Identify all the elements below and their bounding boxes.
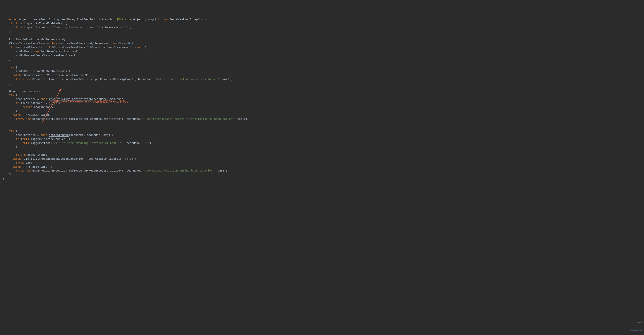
code-text: mbdToUse.prepareMethodOverrides(); — [16, 70, 72, 73]
code-text: + beanName + — [100, 26, 124, 29]
keyword-return: return — [22, 106, 32, 108]
code-text: } — [9, 165, 12, 168]
keyword-if: if — [16, 102, 19, 104]
keyword-throw-new: throw new — [16, 117, 31, 120]
code-text: && !mbd.hasBeanClass() && mbd.getBeanCla… — [50, 46, 138, 49]
code-text: ); — [128, 26, 132, 29]
annotation-label: postProcessBeforeInstantiation 方法在创建 Bea… — [51, 99, 128, 104]
keyword-throw-new: throw new — [16, 169, 31, 172]
code-text: , var8); — [214, 169, 228, 172]
code-text: BeanCreationException { — [168, 18, 208, 21]
code-text: RootBeanDefinition mbdToUse = mbd; — [9, 38, 65, 41]
code-text: RootBeanDefinition(mbd); — [39, 50, 80, 53]
keyword-protected: protected — [2, 18, 17, 21]
code-text: Object[] args) — [132, 18, 158, 21]
code-text: . — [47, 97, 49, 100]
keyword-this: this — [40, 97, 47, 100]
code-text: } — [16, 110, 18, 112]
string-literal: "'" — [145, 141, 150, 144]
code-text: ) { — [145, 46, 150, 49]
keyword-null: null — [44, 46, 50, 49]
keyword-null: null — [138, 46, 145, 49]
code-text: .logger.isTraceEnabled()) { — [29, 137, 74, 140]
keyword-this: this — [16, 26, 22, 29]
code-text: { — [14, 66, 18, 69]
keyword-new: new — [34, 50, 39, 53]
keyword-this: this — [40, 133, 47, 136]
code-text: beanInstance = — [16, 97, 40, 100]
code-text: , var10); — [234, 117, 249, 120]
code-text: + beanName + — [122, 141, 145, 144]
string-literal: "'" — [123, 26, 128, 29]
code-text: beanInstance; — [32, 106, 56, 108]
code-text: (beanName, mbdToUse, args); — [69, 133, 113, 136]
code-text: (BeanDefinitionValidationException var9)… — [21, 74, 92, 77]
method-doCreateBean: doCreateBean — [49, 133, 69, 137]
code-text: } — [9, 30, 11, 33]
keyword-throw: throw — [16, 161, 24, 164]
code-text: } — [9, 74, 12, 77]
code-text: Object beanInstance; — [9, 90, 42, 93]
code-text: Object createBean(String beanName, RootB… — [17, 18, 117, 21]
code-text: (beanInstance != — [19, 102, 49, 104]
keyword-new: new — [112, 42, 117, 45]
code-text: } — [9, 82, 11, 85]
code-text: ); — [150, 141, 153, 144]
keyword-this: this — [22, 141, 29, 144]
code-text: } — [9, 58, 11, 61]
code-text: beanInstance; — [26, 153, 49, 156]
code-text: Class<?> resolvedClass = — [9, 42, 50, 45]
keyword-catch: catch — [12, 165, 21, 168]
string-literal: "BeanPostProcessor before instantiation … — [143, 117, 234, 120]
code-text: (ImplicitlyAppearedSingletonException | … — [21, 157, 136, 160]
keyword-try: try — [9, 93, 14, 96]
code-text: . — [47, 133, 49, 136]
code-text: (Throwable var10) { — [21, 114, 54, 116]
keyword-if: if — [16, 137, 19, 140]
code-text: var7; — [24, 161, 34, 164]
string-literal: "Creating instance of bean '" — [52, 26, 100, 29]
code-text: beanInstance = — [16, 133, 40, 136]
code-text: .logger.isTraceEnabled()) { — [22, 22, 67, 25]
code-text: } — [9, 121, 11, 124]
code-text: ( — [19, 137, 22, 140]
code-text: .logger.trace( — [22, 26, 46, 29]
keyword-try: try — [9, 66, 14, 69]
annotation-nullable: @Nullable — [117, 18, 132, 21]
code-text: mbdToUse = — [16, 50, 34, 53]
keyword-return: return — [16, 153, 26, 156]
code-text: } — [9, 157, 12, 160]
keyword-throw-new: throw new — [16, 78, 31, 81]
keyword-this: this — [50, 42, 57, 45]
code-text: { — [14, 93, 18, 96]
code-text: ]); — [130, 42, 135, 45]
code-text: , var9); — [219, 78, 232, 81]
keyword-catch: catch — [12, 157, 21, 160]
string-literal: "Finished creating instance of bean '" — [59, 141, 122, 144]
keyword-throws: throws — [158, 18, 168, 21]
string-literal: "Validation of method overrides failed" — [155, 78, 219, 81]
code-text: BeanCreationException(mbdToUse.getResour… — [31, 169, 143, 172]
code-text: { — [14, 129, 18, 132]
code-text: .resolveBeanClass(mbd, beanName, — [57, 42, 112, 45]
keyword-if: if — [9, 22, 12, 25]
code-text: BeanDefinitionStoreException(mbdToUse.ge… — [31, 78, 155, 81]
keyword-this: this — [16, 22, 22, 25]
code-text: BeanCreationException(mbdToUse.getResour… — [31, 117, 143, 120]
string-literal: "Unexpected exception during bean creati… — [143, 169, 214, 172]
param-hint: o: — [52, 141, 59, 144]
keyword-this: this — [22, 137, 29, 140]
number-literal: 0 — [128, 42, 130, 45]
code-text: } — [2, 177, 4, 180]
code-text: } — [9, 114, 12, 116]
code-text: mbdToUse.setBeanClass(resolvedClass); — [16, 54, 77, 57]
code-text: (Throwable var8) { — [21, 165, 52, 168]
code-text: Class[ — [117, 42, 128, 45]
code-text: } — [16, 145, 18, 148]
code-text: .logger.trace( — [29, 141, 52, 144]
code-text: (resolvedClass != — [12, 46, 44, 49]
code-text: } — [9, 173, 11, 176]
keyword-try: try — [9, 129, 14, 132]
keyword-if: if — [9, 46, 12, 49]
keyword-catch: catch — [12, 114, 21, 116]
